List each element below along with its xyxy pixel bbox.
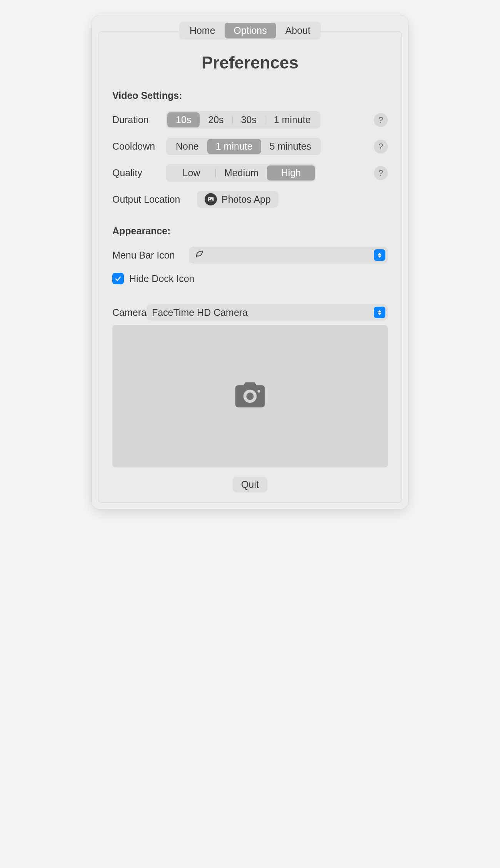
label-camera: Camera [112,307,147,318]
row-hide-dock-icon: Hide Dock Icon [112,273,388,284]
tab-bar: Home Options About [98,22,402,40]
segmented-cooldown[interactable]: None 1 minute 5 minutes [166,138,321,155]
preferences-window: Home Options About Preferences Video Set… [92,15,408,509]
duration-option-20s[interactable]: 20s [200,112,232,127]
camera-preview [112,325,388,467]
help-button-cooldown[interactable]: ? [374,140,388,154]
cooldown-option-5min[interactable]: 5 minutes [261,139,320,154]
hide-dock-icon-checkbox[interactable] [112,273,124,284]
help-button-duration[interactable]: ? [374,113,388,127]
page-title: Preferences [112,53,388,72]
duration-option-1min[interactable]: 1 minute [265,112,319,127]
row-quality: Quality Low Medium High ? [112,164,388,182]
menu-bar-icon-select[interactable] [189,247,388,264]
quality-option-medium[interactable]: Medium [216,165,267,180]
camera-icon [227,378,273,415]
row-menu-bar-icon: Menu Bar Icon [112,247,388,264]
label-duration: Duration [112,114,166,125]
quit-button[interactable]: Quit [233,477,267,492]
label-quality: Quality [112,167,166,179]
row-cooldown: Cooldown None 1 minute 5 minutes ? [112,138,388,155]
row-duration: Duration 10s 20s 30s 1 minute ? [112,111,388,129]
label-hide-dock-icon: Hide Dock Icon [129,273,195,284]
camera-selected-value: FaceTime HD Camera [152,307,248,318]
quit-row: Quit [112,477,388,492]
quality-option-high[interactable]: High [267,165,315,180]
segmented-duration[interactable]: 10s 20s 30s 1 minute [166,111,320,129]
output-location-button[interactable]: Photos App [197,191,278,208]
section-appearance-heading: Appearance: [112,225,388,237]
label-cooldown: Cooldown [112,141,166,152]
cooldown-option-1min[interactable]: 1 minute [207,139,261,154]
quality-option-low[interactable]: Low [167,165,215,180]
tab-bar-inner: Home Options About [179,22,321,40]
output-location-value: Photos App [222,194,271,205]
segmented-quality[interactable]: Low Medium High [166,164,316,182]
cooldown-option-none[interactable]: None [167,139,207,154]
section-video-heading: Video Settings: [112,90,388,101]
help-button-quality[interactable]: ? [374,166,388,180]
photo-icon [205,193,217,205]
leaf-icon [195,249,205,261]
row-output-location: Output Location Photos App [112,191,388,208]
tab-home[interactable]: Home [180,23,225,38]
chevron-up-down-icon [374,307,385,318]
chevron-up-down-icon [374,249,385,261]
label-menu-bar-icon: Menu Bar Icon [112,250,189,261]
label-output-location: Output Location [112,194,197,205]
duration-option-30s[interactable]: 30s [233,112,265,127]
row-camera: Camera FaceTime HD Camera [112,304,388,320]
duration-option-10s[interactable]: 10s [167,112,200,127]
preferences-panel: Preferences Video Settings: Duration 10s… [98,31,402,503]
tab-options[interactable]: Options [225,23,276,38]
camera-select[interactable]: FaceTime HD Camera [147,304,388,320]
tab-about[interactable]: About [276,23,320,38]
